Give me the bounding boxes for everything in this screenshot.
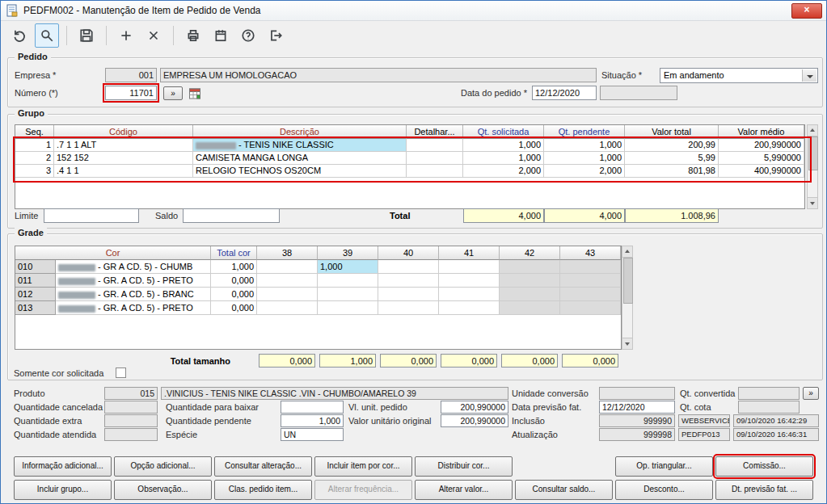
data-pedido-input[interactable] — [532, 86, 597, 100]
cell-valor-total[interactable]: 200,99 — [625, 139, 719, 152]
cell-descricao[interactable]: - TENIS NIKE CLASSIC — [193, 139, 407, 152]
cell-codigo[interactable]: .7 1 1 ALT — [54, 139, 193, 152]
cell-qt-solicitada[interactable]: 2,000 — [463, 165, 544, 178]
col-header-qt-solicitada[interactable]: Qt. solicitada — [463, 125, 544, 139]
print-button[interactable] — [181, 23, 205, 48]
col-header-size-39[interactable]: 39 — [318, 246, 378, 260]
cell-detalhar[interactable] — [407, 165, 463, 178]
cor-code-cell[interactable]: 013 — [15, 301, 56, 315]
incluir-item-por-cor-button[interactable]: Incluir item por cor... — [314, 456, 412, 477]
cell-valor-medio[interactable]: 5,990000 — [719, 152, 804, 165]
size-cell[interactable] — [439, 260, 500, 274]
undo-button[interactable] — [7, 23, 32, 48]
cell-valor-total[interactable]: 801,98 — [625, 165, 719, 178]
size-cell[interactable] — [318, 301, 378, 315]
col-header-codigo[interactable]: Código — [54, 125, 193, 139]
desconto-button[interactable]: Desconto... — [615, 480, 713, 500]
cell-qt-pendente[interactable]: 1,000 — [544, 139, 625, 152]
size-cell[interactable] — [257, 301, 318, 315]
numero-expand-button[interactable]: » — [163, 86, 183, 100]
col-header-size-40[interactable]: 40 — [378, 246, 439, 260]
cell-valor-medio[interactable]: 200,990000 — [719, 139, 804, 152]
cell-valor-total[interactable]: 5,99 — [625, 152, 719, 165]
save-button[interactable] — [74, 23, 99, 48]
scroll-up-icon[interactable] — [808, 125, 817, 136]
col-header-qt-pendente[interactable]: Qt. pendente — [544, 125, 625, 139]
table-row[interactable]: 1 .7 1 1 ALT - TENIS NIKE CLASSIC 1,000 … — [15, 139, 804, 152]
close-button[interactable]: × — [791, 3, 822, 19]
cell-seq[interactable]: 3 — [15, 165, 54, 178]
col-header-seq[interactable]: Seq. — [15, 125, 54, 139]
cor-desc-cell[interactable]: - GR A CD. 5) - CHUMB — [56, 260, 211, 274]
cell-codigo[interactable]: .4 1 1 — [54, 165, 193, 178]
dt-previsao-fat-button[interactable]: Dt. previsão fat. ... — [715, 480, 813, 500]
op-triangular-button[interactable]: Op. triangular... — [615, 456, 713, 477]
col-header-total-cor[interactable]: Total cor — [211, 246, 257, 260]
grid-shortcut-button[interactable] — [186, 85, 204, 103]
cell-seq[interactable]: 1 — [15, 139, 54, 152]
total-cor-cell[interactable]: 0,000 — [211, 274, 257, 288]
cell-valor-medio[interactable]: 400,990000 — [719, 165, 804, 178]
cor-code-cell[interactable]: 011 — [15, 274, 56, 288]
size-cell[interactable] — [439, 301, 500, 315]
cell-descricao[interactable]: CAMISETA MANGA LONGA — [193, 152, 407, 165]
cor-desc-cell[interactable]: - GR. A CD. 5) - BRANC — [56, 288, 211, 301]
titlebar[interactable]: PEDFM002 - Manutenção de Item de Pedido … — [1, 1, 826, 21]
grade-row[interactable]: 010 - GR A CD. 5) - CHUMB 1,000 1,000 — [15, 260, 621, 274]
size-cell[interactable] — [257, 274, 318, 288]
col-header-descricao[interactable]: Descrição — [193, 125, 407, 139]
col-header-valor-total[interactable]: Valor total — [625, 125, 719, 139]
especie-field[interactable]: UN — [281, 428, 344, 441]
informacao-adicional-button[interactable]: Informação adicional... — [14, 456, 112, 477]
cell-detalhar[interactable] — [407, 139, 463, 152]
grade-row[interactable]: 012 - GR. A CD. 5) - BRANC 0,000 — [15, 288, 621, 301]
cell-codigo[interactable]: 152 152 — [54, 152, 193, 165]
scrollbar-thumb[interactable] — [808, 136, 818, 170]
size-cell[interactable] — [439, 288, 500, 301]
size-cell[interactable] — [378, 301, 439, 315]
cor-desc-cell[interactable]: - GR. A CD. 5) - PRETO — [56, 274, 211, 288]
cell-detalhar[interactable] — [407, 152, 463, 165]
numero-input[interactable] — [105, 86, 157, 100]
incluir-grupo-button[interactable]: Incluir grupo... — [14, 480, 112, 500]
exit-button[interactable] — [264, 23, 288, 48]
size-cell-selected[interactable]: 1,000 — [318, 260, 378, 274]
size-cell[interactable] — [378, 288, 439, 301]
cor-code-cell[interactable]: 010 — [15, 260, 56, 274]
consultar-saldo-button[interactable]: Consultar saldo... — [515, 480, 613, 500]
size-cell[interactable] — [439, 274, 500, 288]
saldo-input[interactable] — [183, 208, 280, 223]
chevron-down-icon[interactable] — [802, 69, 816, 82]
size-cell[interactable] — [257, 288, 318, 301]
cor-desc-cell[interactable]: - GR. A CD. 5) - PRETO — [56, 301, 211, 315]
observacao-button[interactable]: Observação... — [114, 480, 212, 500]
consultar-alteracao-button[interactable]: Consultar alteração... — [214, 456, 312, 477]
col-header-detalhar[interactable]: Detalhar... — [407, 125, 463, 139]
size-cell[interactable] — [318, 274, 378, 288]
col-header-cor[interactable]: Cor — [15, 246, 211, 260]
col-header-size-41[interactable]: 41 — [439, 246, 500, 260]
schedule-button[interactable] — [209, 23, 233, 48]
cell-qt-pendente[interactable]: 2,000 — [544, 165, 625, 178]
search-button[interactable] — [35, 23, 59, 48]
scroll-up-icon[interactable] — [622, 246, 632, 258]
data-previsao-field[interactable]: 12/12/2020 — [599, 401, 675, 414]
grade-scrollbar[interactable] — [622, 246, 633, 350]
distribuir-cor-button[interactable]: Distribuir cor... — [415, 456, 513, 477]
size-cell[interactable] — [318, 288, 378, 301]
size-cell[interactable] — [257, 260, 318, 274]
table-row[interactable]: 2 152 152 CAMISETA MANGA LONGA 1,000 1,0… — [15, 152, 804, 165]
col-header-valor-medio[interactable]: Valor médio — [719, 125, 804, 139]
size-cell[interactable] — [378, 274, 439, 288]
total-cor-cell[interactable]: 0,000 — [211, 301, 257, 315]
table-row[interactable]: 3 .4 1 1 RELOGIO TECHNOS OS20CM 2,000 2,… — [15, 165, 804, 178]
total-cor-cell[interactable]: 0,000 — [211, 288, 257, 301]
cell-descricao[interactable]: RELOGIO TECHNOS OS20CM — [193, 165, 407, 178]
col-header-size-42[interactable]: 42 — [500, 246, 560, 260]
qt-convertida-expand-button[interactable]: » — [803, 387, 819, 400]
grade-row[interactable]: 013 - GR. A CD. 5) - PRETO 0,000 — [15, 301, 621, 315]
alterar-valor-button[interactable]: Alterar valor... — [415, 480, 513, 500]
scrollbar-thumb[interactable] — [623, 258, 633, 304]
qtd-baixar-field[interactable] — [281, 401, 344, 414]
cor-code-cell[interactable]: 012 — [15, 288, 56, 301]
